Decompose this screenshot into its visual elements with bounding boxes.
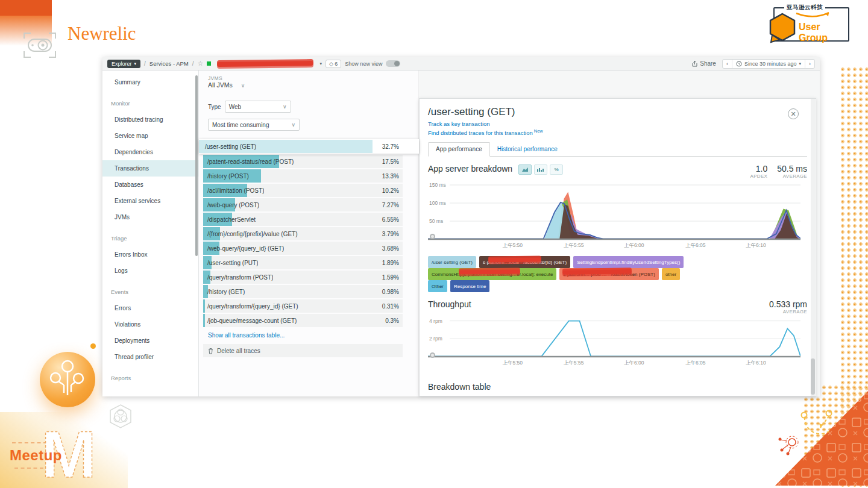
sidebar-item-errors[interactable]: Errors [102,300,198,316]
throughput-chart-title: Throughput [428,299,471,309]
legend-chip[interactable]: other [662,268,680,280]
chart-svg: 4 rpm2 rpm上午5:50上午5:55上午6:00上午6:05上午6:10 [428,317,800,368]
chevron-down-icon[interactable]: ▾ [319,61,322,66]
transaction-row[interactable]: /patent-read-status/read (POST)17.5% [203,155,403,168]
sidebar-item-transactions[interactable]: Transactions [102,160,198,177]
jvms-selector[interactable]: All JVMs∨ [208,81,245,89]
type-select[interactable]: Web∨ [225,101,291,113]
legend-chip[interactable]: Response time [450,280,489,292]
svg-text:上午6:10: 上午6:10 [746,360,766,366]
sidebar-item-databases[interactable]: Databases [102,177,198,193]
content-canvas: JVMS All JVMs∨ Type Web∨ Most time consu… [199,70,820,396]
chart-legend: /user-setting (GET)s-platform…local - /a… [428,256,807,292]
legend-chip[interactable]: Other [428,280,447,292]
app-server-breakdown-chart[interactable]: 150 ms100 ms50 ms上午5:50上午5:55上午6:00上午6:0… [428,181,807,251]
favorite-star-icon[interactable]: ☆ [198,60,204,67]
svg-text:上午6:00: 上午6:00 [624,242,644,248]
transaction-percent: 3.79% [382,231,399,237]
sidebar-item-monitor: Monitor [102,90,198,111]
breadcrumb-services-apm[interactable]: Services - APM [149,60,189,67]
legend-chip[interactable]: SettingEndpointImpl.findByUserIdSettingT… [573,256,684,268]
transaction-row[interactable]: /query/transform (POST)1.59% [203,271,403,284]
tab-historical-performance[interactable]: Historical performance [490,143,565,156]
sidebar-item-jvms[interactable]: JVMs [102,209,198,225]
breakdown-chart-title: App server breakdown [428,164,512,174]
transaction-row[interactable]: /dispatcherServlet6.55% [203,213,403,226]
transaction-percent: 32.7% [382,143,399,150]
sidebar-item-violations[interactable]: Violations [102,316,198,333]
chart-mode-bar-button[interactable] [534,164,547,175]
time-range-button[interactable]: Since 30 minutes ago▾ [732,60,805,68]
sidebar-item-dependencies[interactable]: Dependencies [102,144,198,160]
transaction-row[interactable]: /job-queue/message-count (GET)0.3% [203,314,403,327]
svg-text:上午6:05: 上午6:05 [685,360,706,366]
sidebar-item-deployments[interactable]: Deployments [102,333,198,349]
throughput-chart[interactable]: 4 rpm2 rpm上午5:50上午5:55上午6:00上午6:05上午6:10 [428,317,807,369]
show-all-transactions-link[interactable]: Show all transactions table... [208,332,285,339]
sidebar-scrollbar[interactable] [195,75,198,256]
transaction-row[interactable]: /user-setting (PUT)1.89% [203,256,403,269]
show-new-view-toggle[interactable] [386,60,400,67]
chart-mode-area-button[interactable] [518,164,532,175]
legend-chip[interactable]: CommonsHttp[s-platform-user-setting…er.l… [428,268,556,280]
redaction-scribble [459,270,520,275]
aws-hexagon-icon [767,12,797,46]
tags-badge[interactable]: ◇ 6 [326,60,341,68]
transaction-label: /web-query/{query_id} (GET) [203,245,284,252]
legend-chip[interactable]: s-platform…local - /accounts/{id} (GET) [479,256,570,268]
transaction-row[interactable]: /web-query/{query_id} (GET)3.68% [203,242,403,255]
share-button[interactable]: Share [692,60,716,67]
transaction-label: /patent-read-status/read (POST) [203,158,294,165]
time-prev-button[interactable]: ‹ [723,60,732,68]
sidebar-item-errors-inbox[interactable]: Errors Inbox [102,246,198,263]
transaction-label: /query/transform (POST) [203,274,273,281]
find-distributed-traces-link[interactable]: Find distributed traces for this transac… [428,128,807,136]
sidebar-item-external-services[interactable]: External services [102,193,198,209]
transaction-row[interactable]: /history (POST)13.3% [203,169,403,183]
transaction-row[interactable]: /acl/limitation (POST)10.2% [203,184,403,197]
breadcrumb: Explorer▾ / Services - APM / ☆ ▾ ◇ 6 Sho… [102,57,820,70]
transaction-row[interactable]: /{from}/config/{prefix}/value (GET)3.79% [203,227,403,240]
sidebar-item-distributed-tracing[interactable]: Distributed tracing [102,111,198,128]
time-next-button[interactable]: › [805,60,814,68]
legend-chip[interactable]: s-platform… prod … - /oauth/token (POST) [559,268,659,280]
sidebar-item-triage: Triage [102,225,198,246]
transaction-label: /web-query (POST) [203,202,259,208]
transaction-percent: 0.98% [382,289,399,295]
transaction-row[interactable]: /query/transform/{query_id} (GET)0.31% [203,299,403,313]
delete-all-traces-button[interactable]: Delete all traces [203,344,403,357]
share-icon [692,61,697,67]
chart-mode-percent-button[interactable]: % [550,164,563,175]
newrelic-window: Explorer▾ / Services - APM / ☆ ▾ ◇ 6 Sho… [102,57,820,396]
svg-text:上午5:55: 上午5:55 [564,360,584,366]
sidebar-item-summary[interactable]: Summary [102,74,198,90]
panel-scrollbar-track[interactable] [811,99,815,396]
transaction-percent: 1.59% [382,274,399,281]
svg-text:上午6:10: 上午6:10 [746,242,766,248]
close-icon[interactable]: ✕ [788,108,799,119]
sidebar-item-reports: Reports [102,365,198,386]
explorer-button[interactable]: Explorer▾ [107,60,140,68]
transaction-percent: 0.31% [382,303,399,310]
legend-chip[interactable]: /user-setting (GET) [428,256,476,268]
svg-text:50 ms: 50 ms [429,218,443,224]
sort-select[interactable]: Most time consuming∨ [208,119,300,131]
transaction-row[interactable]: /web-query (POST)7.27% [203,198,403,211]
apdex-label: APDEX [750,174,768,179]
sidebar-item-thread-profiler[interactable]: Thread profiler [102,349,198,365]
transaction-row[interactable]: /history (GET)0.98% [203,285,403,298]
svg-text:上午5:55: 上午5:55 [564,242,584,248]
clock-icon [736,61,742,67]
network-icon-small [778,433,802,459]
transaction-detail-panel: /user-setting (GET) ✕ Track as key trans… [419,98,816,396]
transaction-row[interactable]: /user-setting (GET)32.7% [199,139,419,154]
sidebar: SummaryMonitorDistributed tracingService… [102,70,199,396]
sidebar-item-service-map[interactable]: Service map [102,128,198,144]
transaction-label: /user-setting (GET) [199,143,256,150]
track-key-transaction-link[interactable]: Track as key transaction [428,120,807,127]
tab-app-performance[interactable]: App performance [428,142,490,157]
jvms-label: JVMS [208,75,222,81]
panel-scrollbar-thumb[interactable] [811,358,815,395]
sidebar-item-logs[interactable]: Logs [102,263,198,279]
sidebar-item-events: Events [102,279,198,300]
